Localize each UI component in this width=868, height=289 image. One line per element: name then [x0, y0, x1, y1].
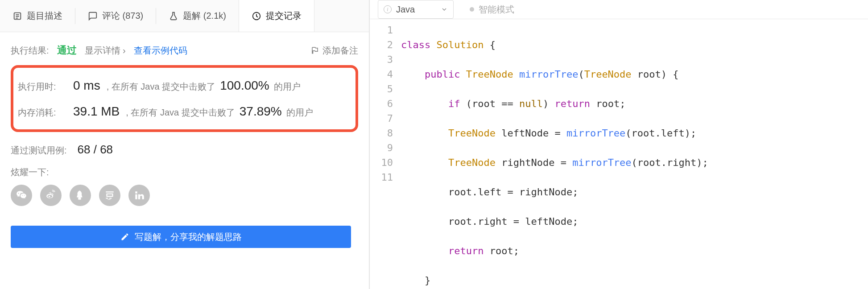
tab-label: 评论 (873)	[102, 10, 143, 22]
write-solution-label: 写题解，分享我的解题思路	[135, 231, 242, 243]
kw-return: return	[448, 245, 484, 256]
status-dot-icon	[470, 7, 474, 12]
tab-label: 题解 (2.1k)	[183, 10, 226, 22]
weibo-icon	[45, 190, 57, 201]
smart-mode-toggle[interactable]: 智能模式	[470, 4, 514, 16]
cases-row: 通过测试用例: 68 / 68	[11, 140, 358, 165]
language-select[interactable]: i Java	[378, 0, 454, 19]
view-example-link[interactable]: 查看示例代码	[134, 45, 187, 57]
code-content[interactable]: class Solution { public TreeNode mirrorT…	[401, 23, 868, 289]
runtime-suffix: 的用户	[274, 81, 301, 93]
kw-if: if	[448, 98, 460, 109]
ident-root: root	[632, 128, 655, 139]
runtime-value: 0 ms	[73, 78, 100, 93]
result-header: 执行结果: 通过 显示详情 › 查看示例代码 添加备注	[11, 44, 358, 57]
memory-value: 39.1 MB	[73, 104, 120, 119]
type-treenode: TreeNode	[448, 157, 496, 168]
fn-mirrortree: mirrorTree	[572, 157, 631, 168]
write-solution-button[interactable]: 写题解，分享我的解题思路	[11, 226, 351, 248]
cases-label: 通过测试用例:	[11, 144, 67, 157]
stats-box: 执行用时: 0 ms , 在所有 Java 提交中击败了 100.00% 的用户…	[11, 65, 358, 132]
memory-label: 内存消耗:	[18, 107, 67, 119]
kw-return: return	[554, 98, 590, 109]
ident-root: root	[596, 98, 620, 109]
runtime-row: 执行用时: 0 ms , 在所有 Java 提交中击败了 100.00% 的用户	[18, 74, 351, 97]
type-treenode: TreeNode	[584, 69, 632, 80]
clock-icon	[252, 11, 261, 21]
add-note-link[interactable]: 添加备注	[311, 45, 358, 57]
add-note-text: 添加备注	[322, 45, 358, 57]
app-root: 题目描述 评论 (873) 题解 (2.1k) 提交记录 执行结果: 通过 显示…	[0, 0, 868, 289]
description-icon	[12, 11, 22, 21]
wechat-icon	[16, 190, 27, 201]
ident-root: root	[448, 216, 472, 227]
tab-label: 提交记录	[266, 10, 302, 22]
ident-left: left	[478, 186, 501, 198]
share-linkedin[interactable]	[128, 185, 150, 206]
show-details-text: 显示详情 ›	[85, 45, 126, 57]
ident-root: root	[472, 98, 496, 109]
editor-header: i Java 智能模式	[370, 0, 868, 19]
comment-icon	[88, 11, 98, 21]
flag-icon	[311, 46, 319, 54]
share-wechat[interactable]	[11, 185, 32, 206]
ident-leftnode: leftNode	[501, 128, 549, 139]
ident-right: right	[478, 216, 507, 227]
type-treenode: TreeNode	[448, 128, 496, 139]
share-qq[interactable]	[70, 185, 91, 206]
chevron-down-icon	[441, 6, 448, 13]
share-douban[interactable]	[99, 185, 120, 206]
ident-right: right	[667, 157, 696, 168]
ident-root: root	[637, 69, 661, 80]
tab-comments[interactable]: 评论 (873)	[75, 0, 156, 32]
show-details-link[interactable]: 显示详情 ›	[85, 45, 126, 57]
memory-row: 内存消耗: 39.1 MB , 在所有 Java 提交中击败了 37.89% 的…	[18, 100, 351, 123]
runtime-mid: , 在所有 Java 提交中击败了	[107, 81, 215, 93]
smart-mode-label: 智能模式	[479, 4, 514, 16]
ident-leftnode: leftNode	[525, 216, 572, 227]
cases-value: 68 / 68	[78, 143, 113, 157]
douban-icon	[104, 190, 116, 201]
kw-public: public	[425, 69, 460, 80]
right-panel: i Java 智能模式 1234567891011 class Solution…	[370, 0, 868, 289]
flask-icon	[169, 11, 178, 21]
kw-class: class	[401, 39, 430, 50]
result-status: 通过	[57, 44, 77, 57]
type-solution: Solution	[436, 39, 484, 50]
ident-root: root	[637, 157, 661, 168]
tab-solutions[interactable]: 题解 (2.1k)	[156, 0, 239, 32]
ident-rightnode: rightNode	[519, 186, 572, 198]
share-weibo[interactable]	[40, 185, 62, 206]
ident-left: left	[661, 128, 685, 139]
memory-pct: 37.89%	[240, 104, 282, 119]
result-label: 执行结果:	[11, 45, 49, 57]
fn-mirrortree: mirrorTree	[519, 69, 578, 80]
memory-suffix: 的用户	[286, 107, 313, 119]
tab-submissions[interactable]: 提交记录	[239, 0, 314, 32]
runtime-pct: 100.00%	[220, 78, 269, 93]
result-area: 执行结果: 通过 显示详情 › 查看示例代码 添加备注 执行用时: 0 ms ,…	[0, 32, 369, 289]
left-panel: 题目描述 评论 (873) 题解 (2.1k) 提交记录 执行结果: 通过 显示…	[0, 0, 370, 289]
qq-icon	[74, 190, 86, 201]
share-label: 炫耀一下:	[11, 165, 358, 185]
kw-null: null	[519, 98, 543, 109]
ident-root: root	[490, 245, 513, 256]
info-icon: i	[384, 5, 392, 13]
tab-label: 题目描述	[27, 10, 62, 22]
code-editor[interactable]: 1234567891011 class Solution { public Tr…	[370, 19, 868, 289]
line-gutter: 1234567891011	[370, 23, 401, 289]
ident-rightnode: rightNode	[501, 157, 554, 168]
fn-mirrortree: mirrorTree	[566, 128, 625, 139]
tab-description[interactable]: 题目描述	[0, 0, 75, 32]
share-icons	[11, 185, 358, 219]
linkedin-icon	[133, 190, 145, 201]
language-label: Java	[396, 4, 415, 15]
pencil-icon	[120, 232, 129, 241]
memory-mid: , 在所有 Java 提交中击败了	[126, 107, 235, 119]
type-treenode: TreeNode	[466, 69, 513, 80]
ident-root: root	[448, 186, 472, 198]
tabs: 题目描述 评论 (873) 题解 (2.1k) 提交记录	[0, 0, 369, 32]
runtime-label: 执行用时:	[18, 81, 67, 93]
